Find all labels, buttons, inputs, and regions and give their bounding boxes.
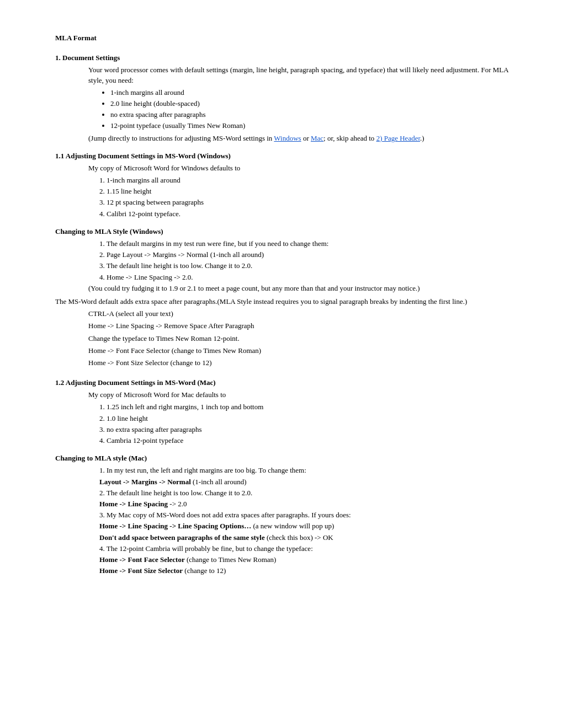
mac-default-3: 3. no extra spacing after paragraphs: [99, 425, 519, 435]
bullet-item: 1-inch margins all around: [110, 88, 519, 98]
change-mac-line3: 2. The default line height is too low. C…: [99, 488, 519, 498]
ms-word-ctrl: CTRL-A (select all your text): [88, 309, 519, 319]
mac-default-1: 1. 1.25 inch left and right margins, 1 i…: [99, 402, 519, 412]
windows-default-2: 2. 1.15 line height: [99, 186, 519, 196]
change-win-1: 1. The default margins in my test run we…: [99, 239, 519, 249]
mac-link[interactable]: Mac: [311, 134, 323, 142]
ms-word-font-size: Home -> Font Size Selector (change to 12…: [88, 358, 519, 368]
change-windows-heading: Changing to MLA Style (Windows): [55, 227, 519, 237]
windows-intro: My copy of Microsoft Word for Windows de…: [88, 163, 519, 173]
windows-default-3: 3. 12 pt spacing between paragraphs: [99, 197, 519, 207]
doc-settings-bullets: 1-inch margins all around 2.0 line heigh…: [110, 88, 519, 131]
change-mac-home2: Home -> Line Spacing -> Line Spacing Opt…: [99, 521, 519, 531]
change-win-3: 3. The default line height is too low. C…: [99, 261, 519, 271]
bullet-item: no extra spacing after paragraphs: [110, 110, 519, 120]
bullet-item: 2.0 line height (double-spaced): [110, 99, 519, 109]
page-content: MLA Format 1. Document Settings Your wor…: [55, 33, 519, 576]
change-mac-layout: Layout -> Margins -> Normal (1-inch all …: [99, 477, 519, 487]
ms-word-spacing: Home -> Line Spacing -> Remove Space Aft…: [88, 321, 519, 331]
change-mac-dont: Don't add space between paragraphs of th…: [99, 533, 519, 543]
windows-default-1: 1. 1-inch margins all around: [99, 175, 519, 185]
change-mac-heading: Changing to MLA style (Mac): [55, 453, 519, 463]
bullet-item: 12-point typeface (usually Times New Rom…: [110, 121, 519, 131]
windows-default-4: 4. Calibri 12-point typeface.: [99, 209, 519, 219]
mac-intro: My copy of Microsoft Word for Mac defaul…: [88, 390, 519, 400]
section-1-2-heading: 1.2 Adjusting Document Settings in MS-Wo…: [55, 378, 519, 388]
section-1-heading: 1. Document Settings: [55, 53, 519, 63]
change-mac-size: Home -> Font Size Selector (change to 12…: [99, 566, 519, 576]
section-1-1-heading: 1.1 Adjusting Document Settings in MS-Wo…: [55, 151, 519, 161]
change-mac-line4: 3. My Mac copy of MS-Word does not add e…: [99, 510, 519, 520]
page-title: MLA Format: [55, 33, 519, 43]
ms-word-font-face: Home -> Font Face Selector (change to Ti…: [88, 346, 519, 356]
windows-link[interactable]: Windows: [274, 134, 301, 142]
change-mac-1: 1. In my test run, the left and right ma…: [99, 465, 519, 475]
ms-word-note: The MS-Word default adds extra space aft…: [55, 297, 519, 307]
change-mac-home: Home -> Line Spacing -> 2.0: [99, 499, 519, 509]
change-win-note: (You could try fudging it to 1.9 or 2.1 …: [88, 283, 519, 293]
mac-default-2: 2. 1.0 line height: [99, 414, 519, 424]
change-win-2: 2. Page Layout -> Margins -> Normal (1-i…: [99, 250, 519, 260]
doc-settings-intro: Your word processor comes with default s…: [88, 65, 519, 85]
jump-links: (Jump directly to instructions for adjus…: [88, 133, 519, 143]
change-mac-line5: 4. The 12-point Cambria will probably be…: [99, 544, 519, 554]
change-win-4: 4. Home -> Line Spacing -> 2.0.: [99, 272, 519, 282]
ms-word-typeface: Change the typeface to Times New Roman 1…: [88, 334, 519, 344]
mac-default-4: 4. Cambria 12-point typeface: [99, 436, 519, 446]
change-mac-font: Home -> Font Face Selector (change to Ti…: [99, 555, 519, 565]
page-header-link[interactable]: 2) Page Header: [376, 134, 420, 142]
